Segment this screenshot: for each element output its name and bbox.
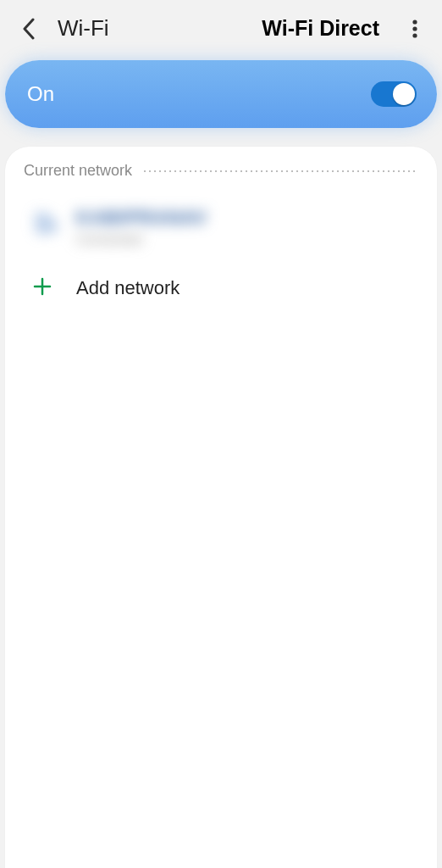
wifi-signal-icon xyxy=(25,209,61,245)
more-vertical-icon xyxy=(412,19,417,38)
svg-point-1 xyxy=(412,26,417,31)
wifi-toggle-bar[interactable]: On xyxy=(5,60,437,128)
wifi-direct-button[interactable]: Wi-Fi Direct xyxy=(262,16,379,41)
section-divider xyxy=(142,170,418,172)
add-network-button[interactable]: Add network xyxy=(24,266,418,310)
section-title: Current network xyxy=(24,162,132,180)
svg-point-2 xyxy=(412,33,417,37)
section-header: Current network xyxy=(24,162,418,180)
add-network-label: Add network xyxy=(76,277,180,299)
header: Wi-Fi Wi-Fi Direct xyxy=(0,0,442,60)
wifi-settings-screen: Wi-Fi Wi-Fi Direct On Current network KA… xyxy=(0,0,442,868)
chevron-left-icon xyxy=(22,18,36,40)
plus-icon xyxy=(32,276,52,300)
back-button[interactable] xyxy=(17,17,41,41)
more-menu-button[interactable] xyxy=(405,17,425,41)
page-title: Wi-Fi xyxy=(58,15,248,42)
current-network-item[interactable]: KABIPRANAV Connected xyxy=(24,198,418,266)
network-name: KABIPRANAV xyxy=(76,207,207,229)
networks-card: Current network KABIPRANAV Connected Add… xyxy=(5,147,437,868)
network-text: KABIPRANAV Connected xyxy=(76,207,207,248)
svg-point-0 xyxy=(412,19,417,24)
wifi-toggle-switch[interactable] xyxy=(371,81,417,107)
wifi-toggle-label: On xyxy=(27,82,371,106)
network-status: Connected xyxy=(76,232,207,248)
